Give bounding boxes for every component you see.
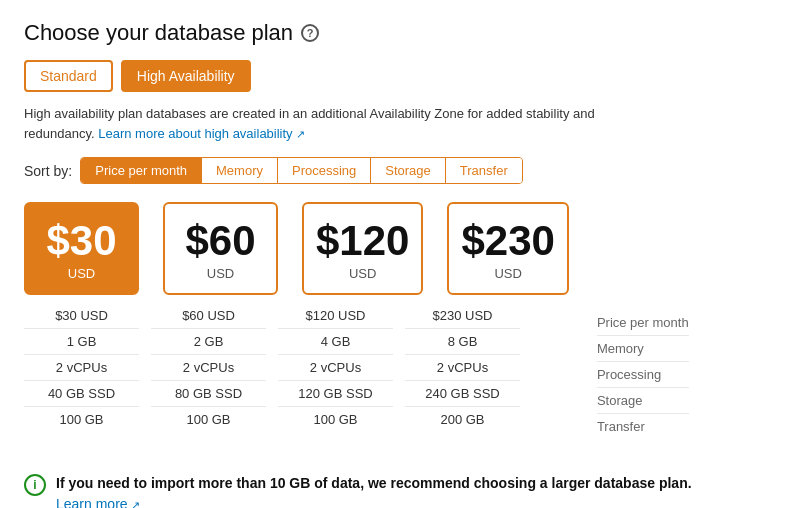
detail-processing-30: 2 vCPUs <box>24 354 139 380</box>
learn-more-availability-link[interactable]: Learn more about high availability ↗ <box>98 126 305 141</box>
detail-price-30: $30 USD <box>24 303 139 328</box>
detail-storage-230: 240 GB SSD <box>405 380 520 406</box>
plan-currency-230: USD <box>494 266 521 281</box>
label-storage: Storage <box>597 387 689 413</box>
detail-transfer-120: 100 GB <box>278 406 393 432</box>
detail-transfer-30: 100 GB <box>24 406 139 432</box>
standard-plan-button[interactable]: Standard <box>24 60 113 92</box>
sort-tabs: Price per month Memory Processing Storag… <box>80 157 523 184</box>
detail-processing-230: 2 vCPUs <box>405 354 520 380</box>
info-text-bold: If you need to import more than 10 GB of… <box>56 475 692 491</box>
sort-tab-processing[interactable]: Processing <box>278 158 371 183</box>
plan-currency-60: USD <box>207 266 234 281</box>
detail-storage-120: 120 GB SSD <box>278 380 393 406</box>
detail-transfer-60: 100 GB <box>151 406 266 432</box>
detail-processing-60: 2 vCPUs <box>151 354 266 380</box>
high-availability-plan-button[interactable]: High Availability <box>121 60 251 92</box>
detail-memory-30: 1 GB <box>24 328 139 354</box>
detail-storage-60: 80 GB SSD <box>151 380 266 406</box>
external-link-icon: ↗ <box>296 128 305 140</box>
detail-price-120: $120 USD <box>278 303 393 328</box>
info-external-icon: ↗ <box>131 499 140 508</box>
sort-tab-price[interactable]: Price per month <box>81 158 202 183</box>
sort-tab-memory[interactable]: Memory <box>202 158 278 183</box>
help-icon[interactable]: ? <box>301 24 319 42</box>
detail-processing-120: 2 vCPUs <box>278 354 393 380</box>
label-transfer: Transfer <box>597 413 689 439</box>
info-learn-more-link[interactable]: Learn more ↗ <box>56 496 140 508</box>
label-processing: Processing <box>597 361 689 387</box>
plan-price-230: $230 <box>461 220 554 262</box>
plan-currency-30: USD <box>68 266 95 281</box>
plan-card-60[interactable]: $60 USD <box>163 202 278 295</box>
sort-label: Sort by: <box>24 163 72 179</box>
detail-storage-30: 40 GB SSD <box>24 380 139 406</box>
plan-price-60: $60 <box>185 220 255 262</box>
detail-memory-60: 2 GB <box>151 328 266 354</box>
page-title-container: Choose your database plan ? <box>24 20 767 46</box>
plan-price-30: $30 <box>46 220 116 262</box>
plan-toggle: Standard High Availability <box>24 60 767 92</box>
plan-currency-120: USD <box>349 266 376 281</box>
label-price-per-month: Price per month <box>597 310 689 335</box>
detail-memory-120: 4 GB <box>278 328 393 354</box>
sort-tab-storage[interactable]: Storage <box>371 158 446 183</box>
detail-memory-230: 8 GB <box>405 328 520 354</box>
sort-tab-transfer[interactable]: Transfer <box>446 158 522 183</box>
sort-row: Sort by: Price per month Memory Processi… <box>24 157 767 184</box>
info-banner: i If you need to import more than 10 GB … <box>24 459 767 508</box>
detail-transfer-230: 200 GB <box>405 406 520 432</box>
plan-card-230[interactable]: $230 USD <box>447 202 568 295</box>
plan-price-120: $120 <box>316 220 409 262</box>
label-memory: Memory <box>597 335 689 361</box>
info-icon: i <box>24 474 46 496</box>
plan-description: High availability plan databases are cre… <box>24 104 604 143</box>
plan-card-120[interactable]: $120 USD <box>302 202 423 295</box>
detail-price-60: $60 USD <box>151 303 266 328</box>
page-title: Choose your database plan <box>24 20 293 46</box>
detail-price-230: $230 USD <box>405 303 520 328</box>
info-text: If you need to import more than 10 GB of… <box>56 473 692 508</box>
plan-card-30[interactable]: $30 USD <box>24 202 139 295</box>
